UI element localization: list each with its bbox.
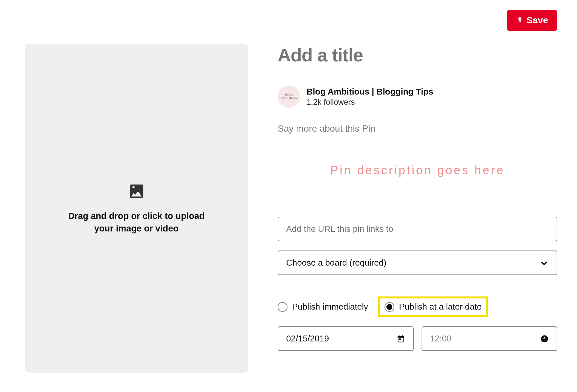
publish-later-radio[interactable]: Publish at a later date bbox=[384, 302, 482, 312]
dropzone-text: Drag and drop or click to upload your im… bbox=[61, 210, 212, 235]
upload-dropzone[interactable]: Drag and drop or click to upload your im… bbox=[25, 44, 248, 373]
divider bbox=[278, 287, 557, 287]
time-value: 12:00 bbox=[430, 334, 451, 344]
save-button-label: Save bbox=[527, 15, 548, 26]
author-name: Blog Ambitious | Blogging Tips bbox=[307, 87, 433, 97]
publish-immediately-label: Publish immediately bbox=[292, 302, 368, 312]
time-input[interactable]: 12:00 bbox=[422, 326, 558, 351]
chevron-down-icon bbox=[540, 258, 549, 268]
pin-form: BLOG AMBITIOUS Blog Ambitious | Blogging… bbox=[278, 44, 557, 373]
clock-icon bbox=[540, 335, 549, 343]
description-input[interactable] bbox=[278, 123, 557, 134]
publish-later-label: Publish at a later date bbox=[399, 302, 482, 312]
annotation-text: Pin description goes here bbox=[278, 163, 557, 177]
publish-options: Publish immediately Publish at a later d… bbox=[278, 296, 557, 317]
datetime-row: 02/15/2019 12:00 bbox=[278, 326, 557, 351]
title-input[interactable] bbox=[278, 44, 557, 66]
author-row: BLOG AMBITIOUS Blog Ambitious | Blogging… bbox=[278, 85, 557, 108]
publish-immediately-radio[interactable]: Publish immediately bbox=[278, 302, 368, 312]
date-value: 02/15/2019 bbox=[286, 334, 329, 344]
pin-icon bbox=[516, 16, 523, 25]
board-select-label: Choose a board (required) bbox=[286, 258, 386, 268]
save-button[interactable]: Save bbox=[507, 10, 557, 31]
url-input[interactable] bbox=[278, 217, 557, 241]
author-followers: 1.2k followers bbox=[307, 98, 433, 107]
date-input[interactable]: 02/15/2019 bbox=[278, 326, 414, 351]
avatar: BLOG AMBITIOUS bbox=[278, 85, 300, 108]
image-upload-icon bbox=[127, 182, 146, 200]
radio-unchecked-icon bbox=[278, 302, 288, 312]
highlight-box: Publish at a later date bbox=[378, 296, 488, 317]
calendar-icon bbox=[397, 335, 405, 343]
radio-checked-icon bbox=[384, 302, 394, 312]
board-select[interactable]: Choose a board (required) bbox=[278, 250, 557, 275]
